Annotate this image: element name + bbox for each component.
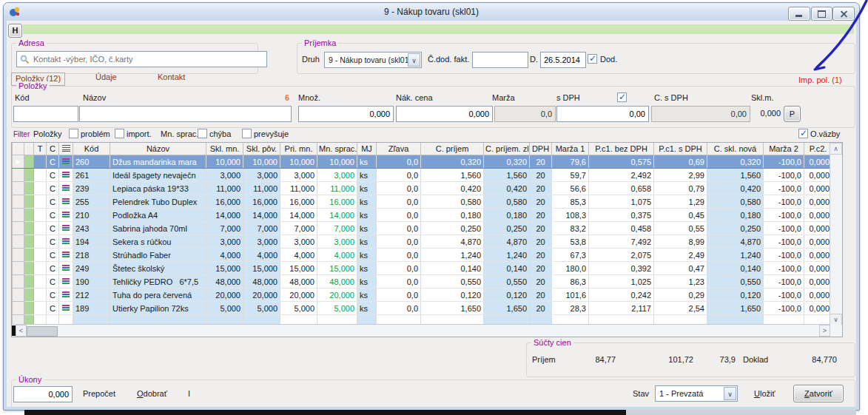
cell-skl_pov[interactable]: 10,000 <box>243 155 280 169</box>
cell-kod[interactable]: 218 <box>73 249 110 262</box>
cell-pc1_s[interactable] <box>654 315 707 325</box>
cell-pc1_bez[interactable]: 1,025 <box>589 275 654 289</box>
cell-pc1_s[interactable]: 0,79 <box>654 182 707 195</box>
cell-pri_mn[interactable]: 14,000 <box>280 209 317 222</box>
cell-kod[interactable]: 261 <box>73 169 110 182</box>
s-dph-checkbox[interactable] <box>617 92 627 102</box>
cell-dph[interactable]: 20 <box>530 275 552 289</box>
column-header-c_prijem[interactable]: C. príjem <box>421 143 484 155</box>
cell-c[interactable] <box>47 315 59 325</box>
cell-zlava[interactable]: 0,0 <box>377 169 421 182</box>
cell-marza2[interactable] <box>764 315 804 325</box>
cell-marza1[interactable]: 56,6 <box>552 182 589 195</box>
cell-c_prijem_zl[interactable] <box>484 315 530 325</box>
cell-mj[interactable] <box>357 315 377 325</box>
problem-checkbox[interactable] <box>69 129 78 138</box>
cell-kod[interactable]: 194 <box>73 235 110 249</box>
cell-t[interactable] <box>34 275 47 289</box>
cell-nazov[interactable]: Utierky Papilion 72ks <box>110 302 206 315</box>
cell-nazov[interactable]: Ideál špagety nevaječn <box>110 169 206 182</box>
column-header-pc1_bez[interactable]: P.c1. bez DPH <box>589 143 654 155</box>
stav-select[interactable]: 1 - Prevzatá ∨ <box>655 385 738 402</box>
cell-mn_sprac[interactable]: 14,000 <box>317 209 357 222</box>
cell-skl_pov[interactable]: 4,000 <box>243 249 280 262</box>
h-button[interactable]: H <box>8 24 22 38</box>
cell-c_prijem[interactable]: 0,180 <box>421 209 484 222</box>
cell-kod[interactable]: 239 <box>73 182 110 195</box>
cell-skl_mn[interactable] <box>206 315 243 325</box>
ulozit-action[interactable]: Uložiť <box>754 389 776 398</box>
cell-mj[interactable]: ks <box>357 182 377 195</box>
cell-c_skl[interactable]: 0,250 <box>707 222 764 235</box>
cell-c_prijem_zl[interactable]: 0,420 <box>484 182 530 195</box>
cell-mn_sprac[interactable]: 10,000 <box>317 155 357 169</box>
cell-sel[interactable] <box>13 302 24 315</box>
cell-skl_pov[interactable]: 20,000 <box>243 289 280 302</box>
column-header-dph[interactable]: DPH <box>530 143 552 155</box>
cell-pc2[interactable]: 0,000 <box>804 262 831 275</box>
cell-pc2[interactable]: 0,000 <box>804 289 831 302</box>
maximize-button[interactable] <box>811 7 832 21</box>
cell-nazov[interactable]: Podložka A4 <box>110 209 206 222</box>
scroll-down-icon[interactable]: ∨ <box>830 314 842 325</box>
cell-skl_mn[interactable]: 14,000 <box>206 209 243 222</box>
cell-strip[interactable] <box>24 209 34 222</box>
cell-sel[interactable] <box>13 222 24 235</box>
cell-strip[interactable] <box>24 262 34 275</box>
cell-pc2[interactable]: 0,000 <box>804 235 831 249</box>
cell-dph[interactable]: 20 <box>530 155 552 169</box>
cell-strip[interactable] <box>24 222 34 235</box>
cell-c_prijem[interactable]: 0,320 <box>421 155 484 169</box>
cell-c[interactable]: C <box>47 209 59 222</box>
cell-zlava[interactable]: 0,0 <box>377 235 421 249</box>
cell-mj[interactable]: ks <box>357 289 377 302</box>
empty-row[interactable] <box>13 315 831 325</box>
cell-menu[interactable] <box>59 235 73 249</box>
cell-dph[interactable]: 20 <box>530 169 552 182</box>
cell-skl_pov[interactable]: 3,000 <box>243 169 280 182</box>
cell-strip[interactable] <box>24 195 34 209</box>
cell-pc1_bez[interactable]: 0,242 <box>589 289 654 302</box>
cell-marza1[interactable]: 85,3 <box>552 195 589 209</box>
cell-skl_pov[interactable]: 48,000 <box>243 275 280 289</box>
cell-pri_mn[interactable]: 3,000 <box>280 235 317 249</box>
nazov-input[interactable] <box>79 106 292 122</box>
cell-c_prijem_zl[interactable]: 1,650 <box>484 302 530 315</box>
cell-strip[interactable] <box>24 249 34 262</box>
cell-c_prijem_zl[interactable]: 0,320 <box>484 155 530 169</box>
cell-kod[interactable]: 249 <box>73 262 110 275</box>
table-row[interactable]: ▶C260Džus mandarinka mara10,00010,00010,… <box>13 155 831 169</box>
cell-strip[interactable] <box>24 289 34 302</box>
cell-pri_mn[interactable]: 20,000 <box>280 289 317 302</box>
cell-pri_mn[interactable]: 5,000 <box>280 302 317 315</box>
cell-strip[interactable] <box>24 182 34 195</box>
dod-checkbox[interactable] <box>588 54 597 64</box>
column-header-mn_sprac[interactable]: Mn. sprac. <box>317 143 357 155</box>
cell-skl_mn[interactable]: 4,000 <box>206 249 243 262</box>
scroll-right-icon[interactable]: > <box>819 325 830 337</box>
cell-pc2[interactable]: 0,000 <box>804 275 831 289</box>
cell-c_skl[interactable] <box>707 315 764 325</box>
cell-menu[interactable] <box>59 275 73 289</box>
cell-menu[interactable] <box>59 182 73 195</box>
table-row[interactable]: C249Štetec školský15,00015,00015,00015,0… <box>13 262 831 275</box>
s-dph-input[interactable] <box>556 106 649 122</box>
cell-mn_sprac[interactable]: 4,000 <box>317 249 357 262</box>
cell-t[interactable] <box>34 182 47 195</box>
cell-menu[interactable] <box>59 155 73 169</box>
column-header-zlava[interactable]: Zľava <box>377 143 421 155</box>
cell-pc2[interactable]: 0,000 <box>804 302 831 315</box>
p-button[interactable]: P <box>784 106 801 122</box>
cell-c_prijem_zl[interactable]: 0,180 <box>484 209 530 222</box>
cell-c_skl[interactable]: 0,550 <box>707 275 764 289</box>
o-vazby-checkbox[interactable] <box>798 129 808 138</box>
cell-dph[interactable]: 20 <box>530 262 552 275</box>
cell-marza2[interactable]: -100,0 <box>764 289 804 302</box>
cell-pc1_s[interactable]: 8,99 <box>654 235 707 249</box>
cell-pc1_bez[interactable]: 2,117 <box>589 302 654 315</box>
cell-kod[interactable]: 255 <box>73 195 110 209</box>
cell-pc1_s[interactable]: 2,99 <box>654 169 707 182</box>
table-row[interactable]: C190Tehličky PEDRO 6*7,548,00048,00048,0… <box>13 275 831 289</box>
cell-sel[interactable] <box>13 315 24 325</box>
prevysuje-checkbox[interactable] <box>242 129 252 138</box>
